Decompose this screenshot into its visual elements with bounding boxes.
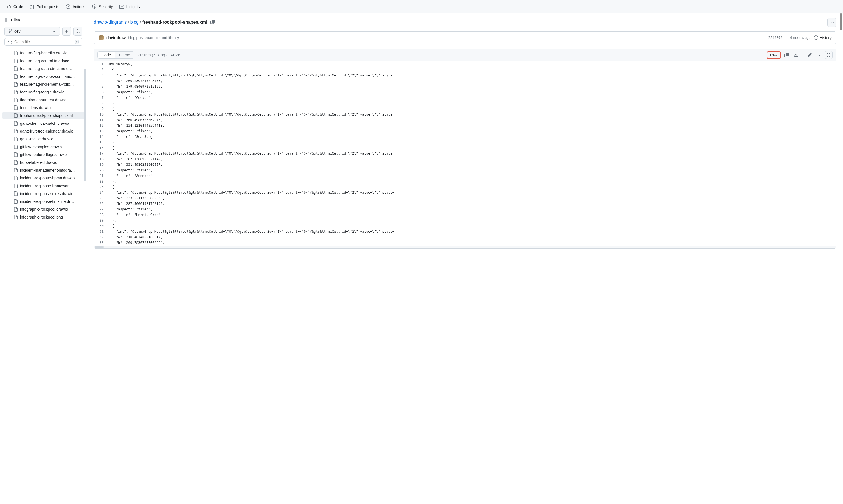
line-number[interactable]: 15	[94, 140, 108, 145]
breadcrumb-folder[interactable]: blog	[130, 20, 139, 25]
line-number[interactable]: 8	[94, 101, 108, 106]
line-number[interactable]: 28	[94, 212, 108, 218]
line-number[interactable]: 21	[94, 173, 108, 179]
branch-name: dev	[14, 29, 21, 34]
line-number[interactable]: 25	[94, 195, 108, 201]
commit-sha[interactable]: 25f3076	[769, 36, 783, 40]
file-tree-item[interactable]: feature-flag-benefits.drawio	[2, 49, 85, 57]
file-tree-item[interactable]: feature-flag-toggle.drawio	[2, 88, 85, 96]
file-tree-item[interactable]: incident-response-timeline.dr…	[2, 198, 85, 205]
line-number[interactable]: 27	[94, 206, 108, 212]
file-tree-item[interactable]: feature-flag-incremental-rollo…	[2, 80, 85, 88]
nav-code[interactable]: Code	[4, 0, 25, 13]
file-tree-item[interactable]: gitflow-feature-flags.drawio	[2, 151, 85, 159]
line-number[interactable]: 26	[94, 201, 108, 206]
file-tree-item[interactable]: focus-lens.drawio	[2, 104, 85, 112]
line-number[interactable]: 31	[94, 229, 108, 234]
code-line: 30 {	[94, 223, 836, 229]
line-number[interactable]: 7	[94, 95, 108, 101]
add-file-button[interactable]	[62, 27, 71, 36]
more-options-button[interactable]	[827, 18, 836, 27]
line-number[interactable]: 9	[94, 106, 108, 112]
file-tree-item[interactable]: incident-response-bpmn.drawio	[2, 174, 85, 182]
line-number[interactable]: 23	[94, 184, 108, 190]
download-raw-button[interactable]	[792, 51, 800, 59]
line-number[interactable]: 24	[94, 190, 108, 195]
line-number[interactable]: 19	[94, 162, 108, 167]
file-tree-item[interactable]: incident-management-infogra…	[2, 166, 85, 174]
file-tree-item[interactable]: infographic-rockpool.drawio	[2, 205, 85, 213]
file-filter[interactable]: t	[4, 38, 82, 46]
file-tree-item[interactable]: feature-flag-control-interface…	[2, 57, 85, 65]
file-tree-item[interactable]: floorplan-apartment.drawio	[2, 96, 85, 104]
line-number[interactable]: 2	[94, 67, 108, 73]
file-tree-item[interactable]: incident-response-roles.drawio	[2, 190, 85, 198]
code-line: 18 "w": 287.1368958621142,	[94, 156, 836, 162]
line-number[interactable]: 1	[94, 61, 108, 67]
file-filter-input[interactable]	[14, 40, 73, 44]
copy-path-button[interactable]	[211, 20, 215, 25]
nav-pulls[interactable]: Pull requests	[28, 0, 61, 13]
line-number[interactable]: 4	[94, 78, 108, 84]
code-content[interactable]: 1<mxlibrary>[2 {3 "xml": "&lt;mxGraphMod…	[94, 61, 836, 246]
line-number[interactable]: 14	[94, 134, 108, 140]
file-tree-item[interactable]: gantt-fruit-tree-calendar.drawio	[2, 127, 85, 135]
copy-raw-button[interactable]	[783, 51, 790, 59]
kebab-icon	[830, 20, 834, 24]
line-number[interactable]: 18	[94, 156, 108, 162]
nav-insights-label: Insights	[126, 4, 140, 9]
author-avatar[interactable]	[98, 35, 104, 40]
edit-dropdown-button[interactable]	[815, 51, 823, 59]
line-number[interactable]: 13	[94, 128, 108, 134]
code-line: 17 "xml": "&lt;mxGraphModel&gt;&lt;root&…	[94, 151, 836, 156]
sidebar-collapse-icon[interactable]	[4, 18, 9, 22]
edit-button[interactable]	[806, 51, 814, 59]
line-number[interactable]: 11	[94, 117, 108, 123]
line-number[interactable]: 6	[94, 89, 108, 95]
file-tree-item[interactable]: gantt-recipe.drawio	[2, 135, 85, 143]
nav-actions[interactable]: Actions	[64, 0, 88, 13]
file-tree-item[interactable]: gantt-chemical-batch.drawio	[2, 120, 85, 127]
line-number[interactable]: 10	[94, 112, 108, 117]
file-tree-item[interactable]: freehand-rockpool-shapes.xml	[2, 112, 85, 120]
commit-message[interactable]: blog post example and library	[128, 35, 179, 40]
commit-author[interactable]: daviddraw	[106, 35, 126, 40]
branch-selector[interactable]: dev	[4, 27, 60, 36]
line-number[interactable]: 33	[94, 240, 108, 246]
code-line: 25 "w": 233.52113259862836,	[94, 195, 836, 201]
breadcrumb-root[interactable]: drawio-diagrams	[94, 20, 127, 25]
blame-tab[interactable]: Blame	[115, 52, 134, 58]
horizontal-scrollbar[interactable]	[94, 246, 836, 248]
line-number[interactable]: 22	[94, 179, 108, 184]
nav-security[interactable]: Security	[90, 0, 115, 13]
list-icon	[827, 53, 831, 57]
file-tree-item[interactable]: infographic-rockpool.png	[2, 213, 85, 221]
file-tree-item[interactable]: horse-labelled.drawio	[2, 159, 85, 166]
file-tree-item[interactable]: feature-flag-data-structure.dr…	[2, 65, 85, 73]
file-tree-item[interactable]: incident-response-framework…	[2, 182, 85, 190]
file-tree-item[interactable]: gitflow-examples.drawio	[2, 143, 85, 151]
line-number[interactable]: 12	[94, 123, 108, 128]
line-number[interactable]: 30	[94, 223, 108, 229]
repo-nav: Code Pull requests Actions Security Insi…	[0, 0, 843, 13]
code-tab[interactable]: Code	[98, 52, 115, 58]
nav-insights[interactable]: Insights	[117, 0, 142, 13]
search-button[interactable]	[73, 27, 82, 36]
breadcrumb: drawio-diagrams / blog / freehand-rockpo…	[94, 20, 215, 25]
line-number[interactable]: 32	[94, 234, 108, 240]
line-number[interactable]: 3	[94, 73, 108, 78]
page-scrollbar[interactable]	[839, 13, 843, 504]
raw-button[interactable]: Raw	[767, 51, 781, 59]
sidebar-scrollbar[interactable]	[84, 69, 86, 181]
code-line: 3 "xml": "&lt;mxGraphModel&gt;&lt;root&g…	[94, 73, 836, 78]
line-number[interactable]: 29	[94, 218, 108, 223]
line-number[interactable]: 17	[94, 151, 108, 156]
latest-commit: daviddraw blog post example and library …	[94, 31, 836, 44]
line-number[interactable]: 5	[94, 84, 108, 89]
file-tree-item[interactable]: feature-flag-devops-comparis…	[2, 73, 85, 80]
history-button[interactable]: History	[814, 35, 831, 40]
symbols-button[interactable]	[825, 51, 833, 59]
file-tree[interactable]: feature-flag-benefits.drawiofeature-flag…	[0, 48, 87, 504]
line-number[interactable]: 16	[94, 145, 108, 151]
line-number[interactable]: 20	[94, 167, 108, 173]
